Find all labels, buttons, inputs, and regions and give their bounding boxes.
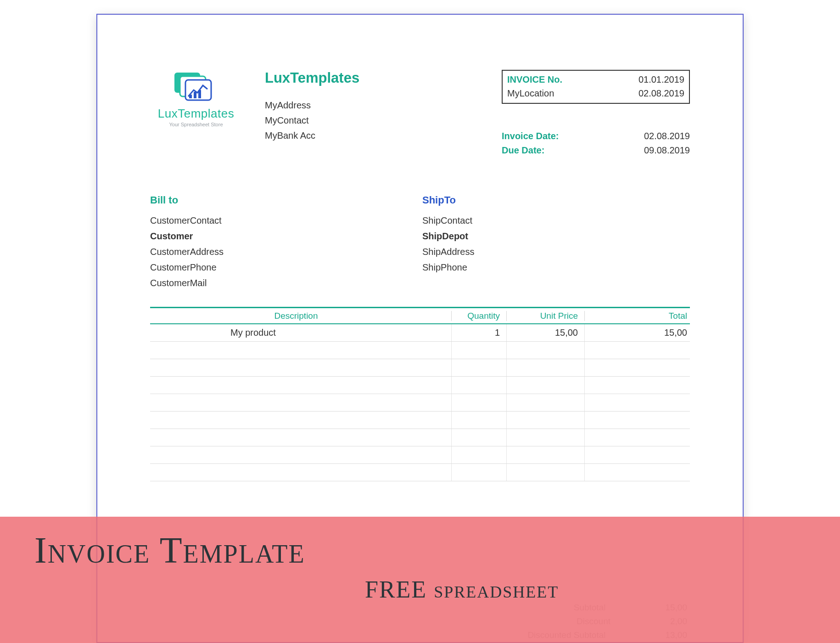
cell-unit-price (506, 446, 584, 463)
col-header-quantity: Quantity (451, 311, 506, 321)
col-header-unit-price: Unit Price (506, 311, 584, 321)
banner-subtitle: FREE spreadsheet (34, 576, 840, 603)
ship-to-heading: ShipTo (422, 194, 690, 206)
cell-unit-price (506, 429, 584, 446)
cell-quantity (451, 377, 506, 394)
promo-banner: Invoice Template FREE spreadsheet (0, 517, 840, 643)
address-row: Bill to CustomerContact Customer Custome… (150, 194, 690, 291)
svg-rect-5 (198, 90, 201, 98)
logo: LuxTemplates Your Spreadsheet Store (150, 70, 242, 127)
cell-quantity: 1 (451, 324, 506, 341)
cell-quantity (451, 394, 506, 411)
company-bank: MyBank Acc (265, 128, 502, 143)
cell-quantity (451, 359, 506, 376)
cell-total (584, 464, 690, 481)
cell-quantity (451, 342, 506, 359)
company-contact: MyContact (265, 113, 502, 128)
cell-total (584, 342, 690, 359)
invoice-location-label: MyLocation (507, 86, 554, 100)
cell-quantity (451, 446, 506, 463)
items-table: Description Quantity Unit Price Total My… (150, 307, 690, 481)
invoice-location-value: 02.08.2019 (638, 86, 684, 100)
invoice-date-label: Invoice Date: (502, 129, 559, 143)
cell-total (584, 412, 690, 429)
company-column: LuxTemplates MyAddress MyContact MyBank … (260, 70, 502, 158)
company-name: LuxTemplates (265, 70, 502, 86)
header-row: LuxTemplates Your Spreadsheet Store LuxT… (150, 70, 690, 158)
bill-to-phone: CustomerPhone (150, 259, 418, 275)
cell-quantity (451, 412, 506, 429)
table-row (150, 429, 690, 446)
dates-block: Invoice Date: 02.08.2019 Due Date: 09.08… (502, 129, 690, 158)
cell-quantity (451, 429, 506, 446)
invoice-date-value: 02.08.2019 (644, 129, 690, 143)
invoice-number-box: INVOICE No. 01.01.2019 MyLocation 02.08.… (502, 70, 690, 104)
bill-to-mail: CustomerMail (150, 275, 418, 291)
cell-description: My product (150, 327, 451, 338)
col-header-total: Total (584, 311, 690, 321)
ship-to-phone: ShipPhone (422, 259, 690, 275)
cell-total (584, 446, 690, 463)
table-row (150, 464, 690, 481)
cell-unit-price (506, 394, 584, 411)
cell-total: 15,00 (584, 324, 690, 341)
due-date-value: 09.08.2019 (644, 143, 690, 158)
items-header-row: Description Quantity Unit Price Total (150, 307, 690, 324)
table-row (150, 342, 690, 359)
ship-to-address: ShipAddress (422, 244, 690, 259)
invoice-no-value: 01.01.2019 (638, 73, 684, 86)
table-row (150, 446, 690, 464)
items-body: My product115,0015,00 (150, 324, 690, 481)
logo-column: LuxTemplates Your Spreadsheet Store (150, 70, 260, 158)
ship-to-column: ShipTo ShipContact ShipDepot ShipAddress… (418, 194, 690, 291)
bill-to-contact: CustomerContact (150, 213, 418, 228)
cell-unit-price (506, 377, 584, 394)
cell-total (584, 377, 690, 394)
bill-to-name: Customer (150, 228, 418, 244)
cell-unit-price (506, 412, 584, 429)
company-address: MyAddress (265, 98, 502, 113)
due-date-label: Due Date: (502, 143, 544, 158)
bill-to-heading: Bill to (150, 194, 418, 206)
table-row (150, 394, 690, 412)
bill-to-address: CustomerAddress (150, 244, 418, 259)
svg-rect-3 (189, 95, 192, 98)
table-row: My product115,0015,00 (150, 324, 690, 342)
ship-to-name: ShipDepot (422, 228, 690, 244)
banner-title: Invoice Template (34, 517, 840, 571)
ship-to-contact: ShipContact (422, 213, 690, 228)
logo-icon (150, 70, 242, 104)
col-header-description: Description (150, 311, 451, 321)
cell-unit-price (506, 342, 584, 359)
logo-tagline: Your Spreadsheet Store (150, 122, 242, 127)
table-row (150, 377, 690, 394)
bill-to-column: Bill to CustomerContact Customer Custome… (150, 194, 418, 291)
cell-total (584, 359, 690, 376)
cell-unit-price (506, 359, 584, 376)
logo-brand-text: LuxTemplates (150, 107, 242, 121)
cell-quantity (451, 464, 506, 481)
cell-total (584, 394, 690, 411)
invoice-no-label: INVOICE No. (507, 73, 562, 86)
table-row (150, 359, 690, 377)
cell-total (584, 429, 690, 446)
cell-unit-price: 15,00 (506, 324, 584, 341)
table-row (150, 412, 690, 429)
svg-rect-4 (194, 92, 196, 98)
cell-unit-price (506, 464, 584, 481)
invoice-meta-column: INVOICE No. 01.01.2019 MyLocation 02.08.… (502, 70, 690, 158)
